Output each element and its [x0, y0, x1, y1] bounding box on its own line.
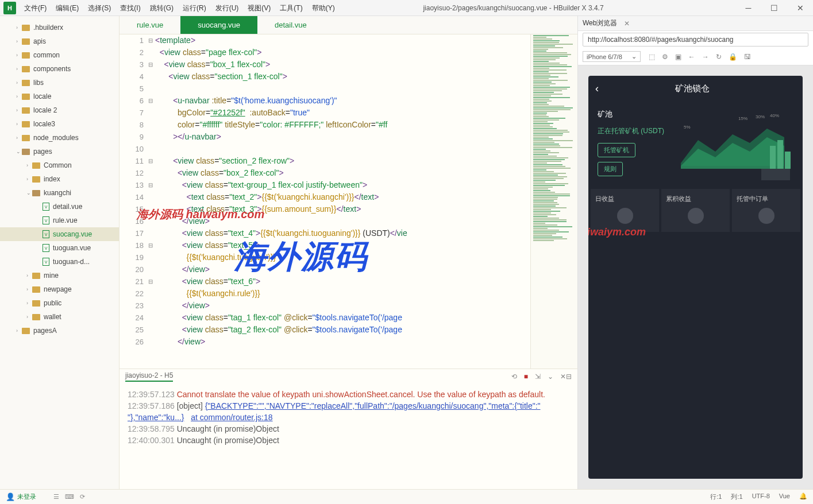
menu-find[interactable]: 查找(I) — [115, 0, 145, 16]
tree-arrow-icon[interactable]: › — [26, 273, 32, 278]
code-line[interactable]: <view class="section_1 flex-col"> — [155, 71, 530, 83]
fold-marker[interactable] — [146, 215, 155, 227]
tree-arrow-icon[interactable]: ⌄ — [26, 190, 32, 196]
code-line[interactable]: </view> — [155, 263, 530, 276]
code-line[interactable]: <view class="tag_1 flex-col" @click="$to… — [155, 312, 530, 324]
notify-icon[interactable]: 🔔 — [799, 493, 807, 501]
screenshot-icon[interactable]: ▣ — [675, 53, 681, 61]
inspect-icon[interactable]: ⬚ — [649, 53, 655, 61]
tree-item-common[interactable]: ›common — [0, 48, 119, 62]
tree-item-node_modules[interactable]: ›node_modules — [0, 131, 119, 145]
fold-marker[interactable]: ⊟ — [146, 239, 155, 251]
tree-item-locale[interactable]: ›locale — [0, 90, 119, 103]
close-icon[interactable]: ✕ — [787, 0, 813, 16]
fold-marker[interactable] — [146, 83, 155, 95]
tree-item-locale3[interactable]: ›locale3 — [0, 117, 119, 131]
fold-marker[interactable] — [146, 131, 155, 143]
code-line[interactable]: color="#ffffff" titleStyle="color: #FFFF… — [155, 119, 530, 131]
tree-item-index[interactable]: ›index — [0, 172, 119, 186]
tree-item-tuoguanvue[interactable]: Vtuoguan.vue — [0, 241, 119, 255]
tab-detail[interactable]: detail.vue — [257, 16, 324, 34]
menu-file[interactable]: 文件(F) — [20, 0, 51, 16]
phone-preview[interactable]: ‹ 矿池锁仓 矿池 正在托管矿机 (USDT) 托管矿机 规则 5% 15 — [588, 76, 803, 479]
fold-marker[interactable] — [146, 167, 155, 179]
fold-marker[interactable]: ⊟ — [146, 276, 155, 288]
tree-arrow-icon[interactable]: › — [16, 52, 22, 58]
lock-icon[interactable]: 🔒 — [729, 53, 737, 61]
fold-marker[interactable]: ⊟ — [146, 95, 155, 107]
console-rerun-icon[interactable]: ⟲ — [511, 373, 517, 381]
tree-item-tuoguand[interactable]: Vtuoguan-d... — [0, 255, 119, 269]
tree-item-kuangchi[interactable]: ⌄kuangchi — [0, 186, 119, 200]
tree-arrow-icon[interactable]: › — [16, 107, 22, 113]
code-line[interactable]: <template> — [155, 34, 530, 46]
forward-icon[interactable]: → — [702, 53, 709, 61]
tree-arrow-icon[interactable]: › — [16, 80, 22, 86]
menu-view[interactable]: 视图(V) — [243, 0, 275, 16]
fold-marker[interactable] — [146, 263, 155, 276]
tree-item-Common[interactable]: ›Common — [0, 158, 119, 172]
user-icon[interactable]: 👤 — [6, 493, 15, 501]
tab-suocang[interactable]: suocang.vue — [180, 16, 257, 34]
fold-marker[interactable] — [146, 288, 155, 300]
fold-marker[interactable]: ⊟ — [146, 179, 155, 191]
menu-tools[interactable]: 工具(T) — [275, 0, 307, 16]
save-icon[interactable]: 🖫 — [744, 53, 751, 61]
code-line[interactable]: <view class="text_5"> — [155, 239, 530, 251]
fold-marker[interactable]: ⊟ — [146, 59, 155, 71]
fold-marker[interactable] — [146, 251, 155, 263]
preview-btn-tuoguan[interactable]: 托管矿机 — [598, 143, 635, 157]
tree-item-hbuilderx[interactable]: ›.hbuilderx — [0, 21, 119, 34]
min-icon[interactable]: ─ — [735, 0, 761, 16]
tree-arrow-icon[interactable]: › — [26, 176, 32, 182]
fold-marker[interactable] — [146, 143, 155, 155]
file-tree[interactable]: ›.hbuilderx›apis›common›components›libs›… — [0, 16, 120, 489]
console-export-icon[interactable]: ⇲ — [535, 373, 541, 381]
tab-rule[interactable]: rule.vue — [120, 16, 180, 34]
tree-item-locale2[interactable]: ›locale 2 — [0, 103, 119, 117]
console-stop-icon[interactable]: ■ — [524, 373, 528, 381]
tree-item-suocangvue[interactable]: Vsuocang.vue — [0, 227, 119, 241]
sync-icon[interactable]: ⟳ — [80, 493, 85, 501]
fold-marker[interactable] — [146, 324, 155, 336]
browser-tab[interactable]: Web浏览器 — [583, 18, 624, 28]
code-line[interactable]: bgColor="#21252f" :autoBack="true" — [155, 107, 530, 119]
menu-edit[interactable]: 编辑(E) — [51, 0, 83, 16]
code-line[interactable]: </view> — [155, 215, 530, 227]
menu-goto[interactable]: 跳转(G) — [145, 0, 178, 16]
tree-item-components[interactable]: ›components — [0, 62, 119, 76]
editor-body[interactable]: 1234567891011121314151617181920212223242… — [120, 34, 577, 369]
tree-arrow-icon[interactable]: › — [16, 121, 22, 127]
code-line[interactable]: {{$t('kuangchi.tuoguan')}} — [155, 251, 530, 263]
tree-item-newpage[interactable]: ›newpage — [0, 282, 119, 296]
menu-run[interactable]: 运行(R) — [178, 0, 211, 16]
sb-line[interactable]: 行:1 — [710, 493, 722, 501]
tree-arrow-icon[interactable]: › — [16, 135, 22, 141]
preview-btn-rule[interactable]: 规则 — [598, 162, 623, 176]
fold-marker[interactable] — [146, 71, 155, 83]
code-line[interactable] — [155, 143, 530, 155]
code-line[interactable]: ></u-navbar> — [155, 131, 530, 143]
code-line[interactable]: <text class="text_2">{{$t('kuangchi.kuan… — [155, 191, 530, 203]
browser-tab-close-icon[interactable]: ✕ — [624, 20, 630, 28]
fold-marker[interactable] — [146, 312, 155, 324]
fold-marker[interactable] — [146, 46, 155, 59]
tree-item-wallet[interactable]: ›wallet — [0, 310, 119, 324]
menu-publish[interactable]: 发行(U) — [211, 0, 244, 16]
tree-arrow-icon[interactable]: › — [26, 314, 32, 320]
menu-select[interactable]: 选择(S) — [83, 0, 115, 16]
tree-item-pagesA[interactable]: ›pagesA — [0, 324, 119, 338]
code-line[interactable]: <view class="tag_2 flex-col" @click="$to… — [155, 324, 530, 336]
fold-marker[interactable]: ⊟ — [146, 34, 155, 46]
sb-lang[interactable]: Vue — [779, 493, 790, 501]
tree-item-libs[interactable]: ›libs — [0, 76, 119, 90]
outline-icon[interactable]: ☰ — [53, 493, 59, 501]
tree-arrow-icon[interactable]: › — [16, 38, 22, 44]
terminal-icon[interactable]: ⌨ — [65, 493, 74, 501]
code-line[interactable]: </view> — [155, 336, 530, 348]
code-line[interactable]: <u-navbar :title="$t('home.kuangchisuoca… — [155, 95, 530, 107]
code-line[interactable]: <view class="section_2 flex-row"> — [155, 155, 530, 167]
code-line[interactable]: <text class="text_3">{{sum.amount_sum}}<… — [155, 203, 530, 215]
code-line[interactable]: <view class="box_2 flex-col"> — [155, 167, 530, 179]
minimap[interactable] — [530, 34, 577, 369]
